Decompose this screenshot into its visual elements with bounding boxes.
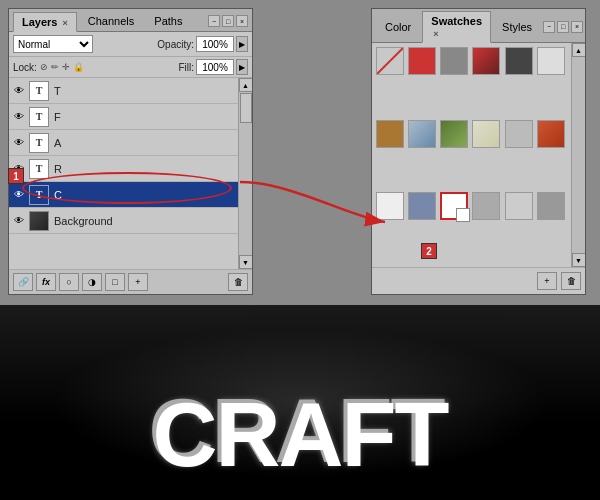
sw-new-button[interactable]: + [537,272,557,290]
layers-list: 👁 T T 👁 T F 👁 T A 👁 [9,78,238,269]
lock-all-icon[interactable]: 🔒 [73,62,84,72]
layers-toolbar: 🔗 fx ○ ◑ □ + 🗑 [9,269,252,294]
sw-close-button[interactable]: × [571,21,583,33]
swatch-white-selected[interactable] [440,192,468,220]
adjustment-button[interactable]: ◑ [82,273,102,291]
opacity-input[interactable] [196,36,234,52]
tab-layers[interactable]: Layers × [13,12,77,32]
tab-paths[interactable]: Paths [145,11,191,31]
layers-panel: Layers × Channels Paths − □ × Normal Opa… [8,8,253,295]
sw-minimize-button[interactable]: − [543,21,555,33]
swatch-red[interactable] [408,47,436,75]
scroll-thumb[interactable] [240,93,252,123]
swatches-panel-tabs: Color Swatches × Styles − □ × [372,9,585,43]
craft-text: CRAFT [153,390,448,480]
blend-opacity-controls: Normal Opacity: ▶ [9,32,252,57]
lock-label: Lock: [13,62,37,73]
swatches-scrollbar[interactable]: ▲ ▼ [571,43,585,267]
panel-minimize-controls: − □ × [208,15,248,27]
layer-thumb-C: T [29,185,49,205]
group-button[interactable]: □ [105,273,125,291]
layer-item-bg[interactable]: 👁 Background [9,208,238,234]
layer-item-T[interactable]: 👁 T T [9,78,238,104]
layers-scrollbar[interactable]: ▲ ▼ [238,78,252,269]
scroll-up-button[interactable]: ▲ [239,78,253,92]
tab-color[interactable]: Color [376,17,420,37]
opacity-arrow[interactable]: ▶ [236,36,248,52]
layer-thumb-A: T [29,133,49,153]
badge-2: 2 [421,243,437,259]
layer-thumb-R: T [29,159,49,179]
swatch-steel-blue[interactable] [408,192,436,220]
swatch-green[interactable] [440,120,468,148]
swatch-blue-gray[interactable] [408,120,436,148]
selected-swatch-indicator [456,208,470,222]
swatches-tab-close[interactable]: × [433,29,438,39]
eye-icon-F[interactable]: 👁 [11,109,27,125]
lock-row: Lock: ⊘ ✏ ✛ 🔒 Fill: ▶ [9,57,252,78]
layers-tab-close[interactable]: × [63,18,68,28]
layer-item-F[interactable]: 👁 T F [9,104,238,130]
fx-button[interactable]: fx [36,273,56,291]
sw-scroll-down[interactable]: ▼ [572,253,586,267]
layer-item-R[interactable]: 👁 T R [9,156,238,182]
swatch-gray4[interactable] [537,192,565,220]
swatches-panel: Color Swatches × Styles − □ × [371,8,586,295]
lock-transparent-icon[interactable]: ⊘ [40,62,48,72]
layer-thumb-F: T [29,107,49,127]
link-layers-button[interactable]: 🔗 [13,273,33,291]
swatch-gray2[interactable] [472,192,500,220]
swatch-none[interactable] [376,47,404,75]
swatches-toolbar: + 🗑 [372,267,585,294]
swatch-brown[interactable] [376,120,404,148]
swatch-near-white[interactable] [376,192,404,220]
sw-scroll-track [572,57,586,253]
swatches-grid [372,43,571,267]
tab-swatches[interactable]: Swatches × [422,11,491,43]
svg-line-0 [377,48,403,74]
swatch-beige[interactable] [472,120,500,148]
layer-thumb-T: T [29,81,49,101]
swatch-orange-red[interactable] [537,120,565,148]
close-panel-button[interactable]: × [236,15,248,27]
fill-input[interactable] [196,59,234,75]
layer-name-R: R [54,163,236,175]
eye-icon-bg[interactable]: 👁 [11,213,27,229]
blend-mode-select[interactable]: Normal [13,35,93,53]
bottom-image-area: CRAFT [0,305,600,500]
fill-control: Fill: ▶ [178,59,248,75]
scroll-down-button[interactable]: ▼ [239,255,253,269]
lock-position-icon[interactable]: ✛ [62,62,70,72]
maximize-button[interactable]: □ [222,15,234,27]
fill-label: Fill: [178,62,194,73]
minimize-button[interactable]: − [208,15,220,27]
swatches-minimize-controls: − □ × [543,21,583,33]
eye-icon-C[interactable]: 👁 [11,187,27,203]
layer-item-C[interactable]: 👁 T C [9,182,238,208]
new-layer-button[interactable]: + [128,273,148,291]
swatch-gray[interactable] [440,47,468,75]
opacity-label: Opacity: [157,39,194,50]
layer-name-bg: Background [54,215,236,227]
fill-arrow[interactable]: ▶ [236,59,248,75]
eye-icon-T[interactable]: 👁 [11,83,27,99]
swatch-light-gray[interactable] [537,47,565,75]
sw-delete-button[interactable]: 🗑 [561,272,581,290]
swatch-dark-gray[interactable] [505,47,533,75]
opacity-control: Opacity: ▶ [157,36,248,52]
sw-maximize-button[interactable]: □ [557,21,569,33]
layer-item-A[interactable]: 👁 T A [9,130,238,156]
tab-styles[interactable]: Styles [493,17,541,37]
mask-button[interactable]: ○ [59,273,79,291]
eye-icon-A[interactable]: 👁 [11,135,27,151]
tab-channels[interactable]: Channels [79,11,143,31]
swatch-medium-gray[interactable] [505,120,533,148]
layer-thumb-bg [29,211,49,231]
lock-image-icon[interactable]: ✏ [51,62,59,72]
layer-name-C: C [54,189,236,201]
swatch-gray3[interactable] [505,192,533,220]
swatch-dark-red[interactable] [472,47,500,75]
delete-layer-button[interactable]: 🗑 [228,273,248,291]
layers-panel-tabs: Layers × Channels Paths − □ × [9,9,252,32]
sw-scroll-up[interactable]: ▲ [572,43,586,57]
